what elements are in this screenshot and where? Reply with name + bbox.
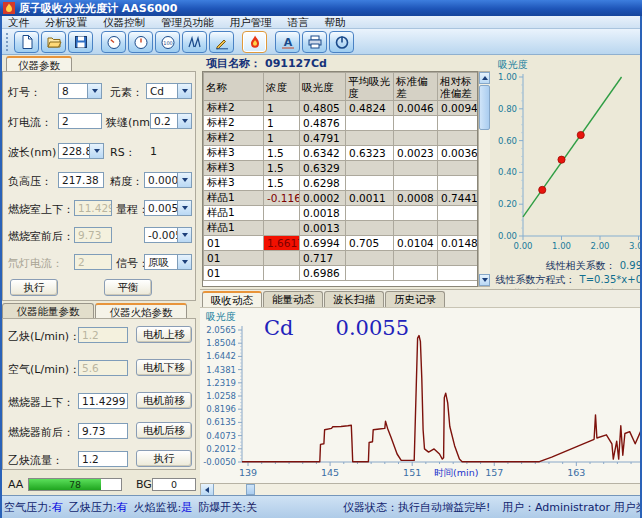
scroll-up-icon[interactable]: [479, 72, 490, 84]
motor-up-button[interactable]: 电机上移: [136, 326, 192, 343]
wavelength-scan-button[interactable]: [182, 31, 207, 53]
table-row[interactable]: 样品10.0013: [204, 221, 479, 236]
burner-ud-input[interactable]: 11.4299: [78, 393, 128, 409]
c2h2-flow-input[interactable]: 1.2: [78, 451, 128, 467]
dyn-tab-2[interactable]: 波长扫描: [324, 291, 384, 307]
instrument-panel: 仪器参数 灯号： 8 元素： Cd 灯电流： 2 狭缝(nm)： 0.2 波长(…: [0, 55, 200, 495]
flame-ignite-button[interactable]: [242, 31, 267, 53]
align-tool-button[interactable]: [209, 31, 234, 53]
signal-select[interactable]: 原吸: [144, 254, 192, 270]
chevron-down-icon[interactable]: [177, 114, 191, 128]
slit-select[interactable]: 0.2: [150, 113, 192, 129]
menu-item-3[interactable]: 管理员功能: [153, 16, 222, 29]
meter-1-button[interactable]: [101, 31, 126, 53]
col-header[interactable]: 浓度: [264, 73, 300, 101]
chevron-down-icon[interactable]: [177, 84, 191, 98]
param-tab-1[interactable]: 仪器火焰参数: [95, 303, 187, 318]
svg-text:0.40: 0.40: [498, 167, 517, 177]
col-header[interactable]: 平均吸光度: [346, 73, 394, 101]
table-row[interactable]: 样品10.0018: [204, 206, 479, 221]
menu-item-4[interactable]: 用户管理: [222, 16, 280, 29]
wavelength-select[interactable]: 228.8: [58, 143, 104, 159]
chevron-down-icon[interactable]: [177, 255, 191, 269]
tab-instrument-params[interactable]: 仪器参数: [6, 56, 72, 71]
auto-zero-button[interactable]: A: [275, 31, 300, 53]
col-header[interactable]: 吸光度: [300, 73, 346, 101]
user-status: 用户：Administrator 用户类型：Administrator: [502, 500, 642, 515]
cell-rsd: 0.0094: [438, 101, 479, 116]
bg-label: BG: [136, 478, 152, 491]
dyn-tab-0[interactable]: 吸收动态: [202, 291, 262, 307]
motor-back-button[interactable]: 电机后移: [136, 422, 192, 439]
table-row[interactable]: 样品1-0.11640.00020.00110.00080.7441: [204, 191, 479, 206]
lamp-current-input[interactable]: 2: [58, 113, 102, 129]
meter-2-button[interactable]: [128, 31, 153, 53]
table-row[interactable]: 010.6986: [204, 266, 479, 281]
rs-label: RS：: [110, 145, 136, 160]
scroll-left-icon[interactable]: [201, 484, 214, 495]
precision-select[interactable]: 0.0000: [144, 172, 192, 188]
cell-avg: [346, 116, 394, 131]
window-frame-left: [0, 16, 2, 518]
open-folder-button[interactable]: [41, 31, 66, 53]
scroll-thumb[interactable]: [246, 484, 255, 495]
table-row[interactable]: 010.717: [204, 251, 479, 266]
table-row[interactable]: 标样31.50.6298: [204, 176, 479, 191]
toolbar: 100 A: [0, 29, 642, 55]
menu-item-1[interactable]: 分析设置: [37, 16, 95, 29]
execute-button[interactable]: 执行: [10, 279, 58, 296]
cell-conc: 1.5: [264, 161, 300, 176]
cell-sd: [394, 176, 438, 191]
col-header[interactable]: 相对标准偏差: [438, 73, 479, 101]
table-row[interactable]: 标样210.48050.48240.00460.0094: [204, 101, 479, 116]
neg-hv-input[interactable]: 217.38: [58, 172, 104, 188]
printer-button[interactable]: [302, 31, 327, 53]
new-file-button[interactable]: [14, 31, 39, 53]
dyn-tab-1[interactable]: 能量动态: [263, 291, 323, 307]
motor-forward-button[interactable]: 电机前移: [136, 392, 192, 409]
burner-fb-label: 燃烧器前后：: [8, 425, 74, 440]
toolbar-grip[interactable]: [6, 33, 9, 51]
save-button[interactable]: [68, 31, 93, 53]
cell-abs: 0.6329: [300, 161, 346, 176]
range2-select[interactable]: -0.0050: [144, 227, 192, 243]
col-header[interactable]: 名称: [204, 73, 264, 101]
burner-fb-input[interactable]: 9.73: [78, 423, 128, 439]
col-header[interactable]: 标准偏差: [394, 73, 438, 101]
range-select[interactable]: 0.0050: [144, 200, 192, 216]
chevron-down-icon[interactable]: [87, 84, 101, 98]
menu-item-2[interactable]: 仪器控制: [95, 16, 153, 29]
motor-down-button[interactable]: 电机下移: [136, 359, 192, 376]
meter-100-button[interactable]: 100: [155, 31, 180, 53]
table-row[interactable]: 标样210.4791: [204, 131, 479, 146]
cell-conc: [264, 266, 300, 281]
cell-name: 标样3: [204, 176, 264, 191]
aa-progress-value: 78: [28, 478, 122, 491]
lamp-no-select[interactable]: 8: [58, 83, 102, 99]
chevron-down-icon[interactable]: [177, 173, 191, 187]
status-label: 乙炔压力:: [69, 501, 117, 514]
menu-item-0[interactable]: 文件: [0, 16, 37, 29]
param-tab-0[interactable]: 仪器能量参数: [2, 303, 94, 318]
title-bar[interactable]: 原子吸收分光光度计 AAS6000: [0, 0, 642, 16]
scroll-thumb[interactable]: [479, 85, 490, 130]
chevron-down-icon[interactable]: [177, 228, 191, 242]
dyn-tab-3[interactable]: 历史记录: [385, 291, 445, 307]
balance-button[interactable]: 平衡: [104, 279, 152, 296]
element-select[interactable]: Cd: [146, 83, 192, 99]
c2h2-input: 1.2: [78, 327, 128, 343]
c2h2-label: 乙炔(L/min)：: [8, 329, 80, 344]
table-row[interactable]: 011.66170.69940.7050.01040.0148: [204, 236, 479, 251]
chevron-down-icon[interactable]: [89, 144, 103, 158]
menu-item-6[interactable]: 帮助: [317, 16, 354, 29]
menu-item-5[interactable]: 语言: [280, 16, 317, 29]
cell-avg: 0.4824: [346, 101, 394, 116]
table-row[interactable]: 标样31.50.63420.63230.00230.0036: [204, 146, 479, 161]
table-row[interactable]: 标样31.50.6329: [204, 161, 479, 176]
flame-execute-button[interactable]: 执行: [136, 450, 192, 467]
cell-avg: 0.0011: [346, 191, 394, 206]
chevron-down-icon[interactable]: [177, 201, 191, 215]
power-button[interactable]: [329, 31, 354, 53]
table-row[interactable]: 标样210.4876: [204, 116, 479, 131]
cell-conc: [264, 221, 300, 236]
